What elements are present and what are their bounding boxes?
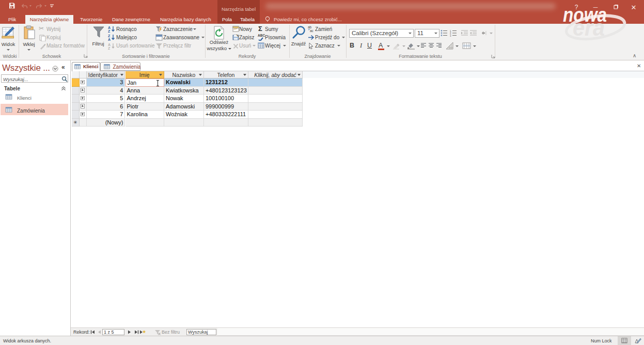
svg-text:...: ... <box>157 37 160 40</box>
svg-text:3: 3 <box>450 35 451 37</box>
svg-text:A: A <box>108 26 111 29</box>
svg-text:ABC: ABC <box>258 34 265 37</box>
svg-text:A: A <box>108 38 111 41</box>
svg-text:Z: Z <box>108 46 111 50</box>
svg-text:Z: Z <box>108 34 111 38</box>
svg-text:Z: Z <box>108 29 111 33</box>
svg-text:A: A <box>108 43 111 46</box>
svg-text:ac: ac <box>310 29 314 33</box>
